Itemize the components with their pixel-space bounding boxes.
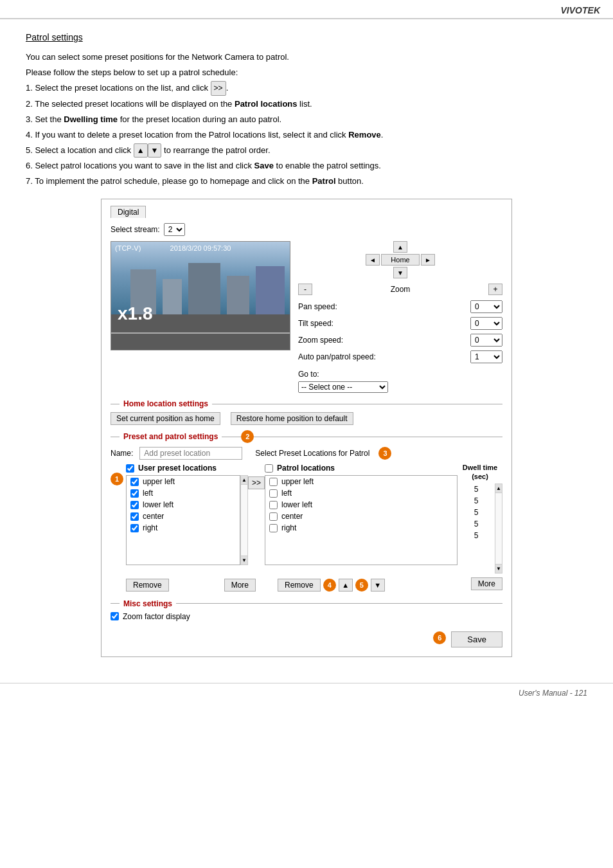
zoom-factor-cb[interactable]	[111, 612, 119, 620]
set-home-btn[interactable]: Set current position as home	[111, 412, 220, 425]
dwell-item: 5	[458, 495, 495, 507]
stream-row: Select stream: 1 2 3	[111, 223, 502, 236]
instruction-line-3: 2. The selected preset locations will be…	[26, 97, 587, 111]
patrol-list-col: Patrol locations upper left left	[265, 464, 458, 565]
dwell-item: 5	[458, 518, 495, 530]
up-inline: ▲	[134, 143, 148, 158]
restore-home-btn[interactable]: Restore home position to default	[231, 412, 353, 425]
zoom-speed-row: Zoom speed: 012	[298, 334, 502, 347]
patrol-upperleft-label: upper left	[281, 477, 314, 486]
preset-upperleft-label: upper left	[143, 477, 175, 486]
preset-left-cb[interactable]	[130, 489, 139, 498]
tilt-speed-select[interactable]: 012	[470, 317, 502, 330]
misc-label: Misc settings	[120, 599, 176, 608]
preset-upperleft-cb[interactable]	[130, 478, 139, 486]
forward-btn-inline: >>	[211, 81, 226, 95]
name-input[interactable]	[139, 447, 242, 460]
patrol-left-cb[interactable]	[269, 489, 278, 498]
user-preset-scrollbar[interactable]: ▲ ▼	[240, 475, 248, 565]
patrol-right-cb[interactable]	[269, 524, 278, 532]
list-item: right	[127, 522, 240, 534]
instruction-line-8: 7. To implement the patrol schedule, ple…	[26, 174, 587, 188]
instruction-line-1: Please follow the steps below to set up …	[26, 66, 587, 80]
zoom-minus-btn[interactable]: -	[298, 284, 312, 295]
scroll-down[interactable]: ▼	[241, 556, 247, 565]
patrol-upperleft-cb[interactable]	[269, 478, 278, 486]
stream-select[interactable]: 1 2 3	[164, 223, 185, 236]
ptz-home-btn[interactable]: Home	[381, 254, 420, 266]
tilt-speed-label: Tilt speed:	[298, 319, 333, 328]
scroll-up[interactable]: ▲	[241, 476, 247, 485]
circle-num-6: 6	[433, 631, 446, 644]
dwell-item: 5	[458, 530, 495, 541]
panel-box: Digital Select stream: 1 2 3 (TCP-V) 201…	[101, 199, 512, 656]
arrow-col: >>	[248, 464, 265, 489]
pan-speed-label: Pan speed:	[298, 302, 337, 311]
ptz-up-btn[interactable]: ▲	[393, 241, 407, 253]
preset-center-cb[interactable]	[130, 512, 139, 521]
patrol-more-btn[interactable]: More	[471, 577, 502, 590]
preset-lowerleft-label: lower left	[143, 500, 173, 509]
circle-num-4: 4	[323, 579, 336, 592]
pan-speed-row: Pan speed: 012	[298, 300, 502, 313]
list-item: center	[127, 511, 240, 522]
home-btns: Set current position as home Restore hom…	[111, 412, 502, 425]
preset-left-label: left	[143, 489, 153, 498]
ptz-left-btn[interactable]: ◄	[366, 254, 380, 266]
camera-info: (TCP-V)	[115, 244, 141, 252]
scroll-track	[495, 493, 502, 564]
zoom-label: Zoom	[315, 285, 486, 294]
instructions: You can select some preset positions for…	[26, 50, 587, 188]
circle-num-3: 3	[378, 447, 391, 460]
circle-num-1: 1	[111, 473, 123, 485]
forward-btn[interactable]: >>	[248, 476, 265, 489]
dwell-scrollbar[interactable]: ▲ ▼	[495, 484, 502, 574]
auto-speed-row: Auto pan/patrol speed: 012	[298, 350, 502, 363]
digital-tab[interactable]: Digital	[111, 206, 146, 218]
save-btn[interactable]: Save	[451, 631, 502, 647]
stream-label: Select stream:	[111, 225, 160, 234]
patrol-up-btn[interactable]: ▲	[339, 579, 353, 592]
user-preset-checkbox[interactable]	[126, 464, 134, 473]
instruction-line-7: 6. Select patrol locations you want to s…	[26, 159, 587, 173]
camera-timestamp: 2018/3/20 09:57:30	[170, 244, 231, 252]
preset-right-cb[interactable]	[130, 524, 139, 532]
patrol-lowerleft-cb[interactable]	[269, 501, 278, 509]
patrol-center-cb[interactable]	[269, 512, 278, 521]
zoom-speed-select[interactable]: 012	[470, 334, 502, 347]
user-preset-col: User preset locations upper left left	[126, 464, 248, 565]
patrol-down-btn[interactable]: ▼	[371, 579, 385, 592]
scroll-down[interactable]: ▼	[495, 564, 502, 573]
instruction-line-4: 3. Set the Dwelling time for the preset …	[26, 113, 587, 127]
user-preset-bottom: Remove More	[126, 579, 256, 592]
patrol-header: Select Preset Locations for Patrol	[255, 449, 369, 458]
circle-num-5: 5	[355, 579, 368, 592]
zoom-plus-btn[interactable]: +	[488, 284, 502, 295]
auto-speed-select[interactable]: 012	[470, 350, 502, 363]
user-preset-more-btn[interactable]: More	[224, 579, 256, 592]
preset-lowerleft-cb[interactable]	[130, 501, 139, 509]
ptz-right-btn[interactable]: ►	[421, 254, 435, 266]
list-item: upper left	[127, 476, 240, 487]
ptz-down-btn[interactable]: ▼	[393, 267, 407, 278]
user-preset-remove-btn[interactable]: Remove	[126, 579, 169, 592]
dwell-header: Dwell time(sec)	[458, 464, 502, 480]
circle-num-2: 2	[241, 430, 254, 443]
goto-select-row: -- Select one --	[298, 381, 502, 393]
zoom-row: - Zoom +	[298, 284, 502, 295]
patrol-left-label: left	[281, 489, 292, 498]
patrol-list-checkbox[interactable]	[265, 464, 273, 473]
zoom-speed-label: Zoom speed:	[298, 336, 343, 345]
list-item: lower left	[265, 499, 457, 511]
goto-select[interactable]: -- Select one --	[298, 381, 388, 393]
list-item: lower left	[127, 499, 240, 511]
instruction-line-0: You can select some preset positions for…	[26, 50, 587, 64]
scroll-up[interactable]: ▲	[495, 484, 502, 493]
home-section-label: Home location settings	[120, 399, 212, 408]
camera-feed: (TCP-V) 2018/3/20 09:57:30 x1.8	[111, 241, 290, 350]
patrol-remove-btn[interactable]: Remove	[278, 579, 321, 592]
page-header: VIVOTEK	[0, 0, 613, 19]
scroll-track	[241, 485, 247, 556]
pan-speed-select[interactable]: 012	[470, 300, 502, 313]
dwell-item: 5	[458, 484, 495, 495]
